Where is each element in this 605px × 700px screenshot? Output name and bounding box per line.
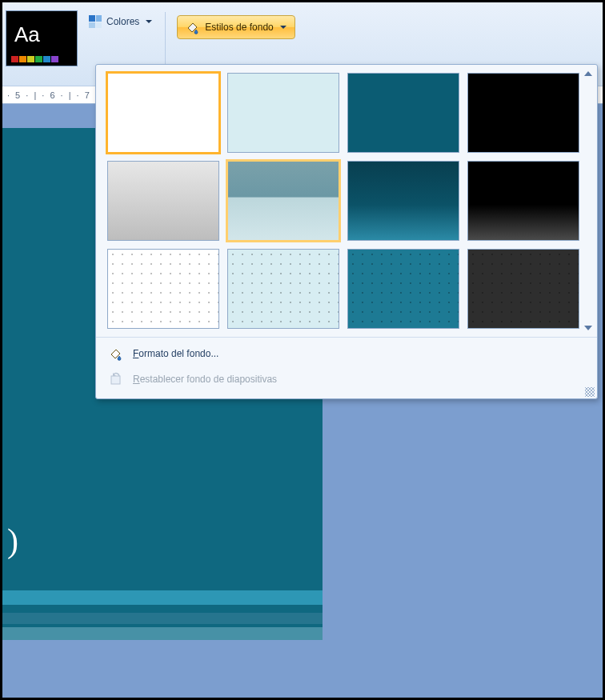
background-style-option[interactable] <box>227 161 339 241</box>
style-preview <box>228 162 339 240</box>
chevron-down-icon <box>146 20 152 23</box>
slide-glyph: ) <box>7 522 18 560</box>
style-preview <box>348 250 459 328</box>
background-styles-grid <box>96 65 597 337</box>
background-style-option[interactable] <box>467 73 579 153</box>
background-style-option[interactable] <box>347 73 459 153</box>
background-style-option[interactable] <box>107 161 219 241</box>
palette-swatch <box>51 56 58 62</box>
app-window: Aa Colores Estilos de fondo <box>0 0 605 700</box>
style-preview <box>108 250 218 328</box>
style-preview <box>228 250 339 328</box>
dropdown-footer: Formato del fondo... Restablecer fondo d… <box>96 337 597 398</box>
svg-rect-0 <box>111 376 120 384</box>
background-style-option[interactable] <box>347 161 459 241</box>
background-style-option[interactable] <box>227 73 339 153</box>
background-styles-button[interactable]: Estilos de fondo <box>177 15 294 39</box>
style-preview <box>228 74 339 152</box>
gallery-scroll <box>583 71 594 330</box>
slide-decor-band <box>2 627 323 640</box>
palette-swatch <box>19 56 26 62</box>
scroll-down-icon[interactable] <box>584 326 592 330</box>
reset-background-menu-item: Restablecer fondo de diapositivas <box>96 366 597 392</box>
chevron-down-icon <box>280 26 286 29</box>
theme-palette <box>11 56 58 62</box>
colors-button[interactable]: Colores <box>84 12 157 31</box>
background-style-option[interactable] <box>107 73 219 153</box>
background-styles-label: Estilos de fondo <box>205 22 273 33</box>
style-preview <box>108 162 218 240</box>
style-preview <box>468 74 579 152</box>
slide-decor-band <box>2 613 323 624</box>
slide-decor-band <box>2 590 323 605</box>
reset-background-label: Restablecer fondo de diapositivas <box>133 374 277 385</box>
palette-swatch <box>27 56 34 62</box>
theme-sample-text: Aa <box>14 22 40 47</box>
background-style-option[interactable] <box>347 249 459 329</box>
palette-swatch <box>11 56 18 62</box>
style-preview <box>468 162 579 240</box>
style-preview <box>468 250 579 328</box>
background-style-option[interactable] <box>467 249 579 329</box>
paint-bucket-icon <box>107 346 125 362</box>
palette-swatch <box>43 56 50 62</box>
style-preview <box>348 74 459 152</box>
paint-bucket-icon <box>186 20 200 34</box>
palette-swatch <box>35 56 42 62</box>
background-style-option[interactable] <box>227 249 339 329</box>
theme-thumbnail[interactable]: Aa <box>6 10 78 66</box>
resize-grip-icon[interactable] <box>585 387 595 397</box>
format-background-label: Formato del fondo... <box>133 348 218 359</box>
colors-label: Colores <box>106 16 139 27</box>
format-background-menu-item[interactable]: Formato del fondo... <box>96 341 597 366</box>
background-style-option[interactable] <box>107 249 219 329</box>
background-style-option[interactable] <box>467 161 579 241</box>
colors-icon <box>89 15 102 28</box>
scroll-up-icon[interactable] <box>584 71 592 76</box>
style-preview <box>348 162 459 240</box>
style-preview <box>108 74 218 152</box>
background-styles-dropdown: Formato del fondo... Restablecer fondo d… <box>95 64 598 399</box>
reset-icon <box>107 371 125 387</box>
